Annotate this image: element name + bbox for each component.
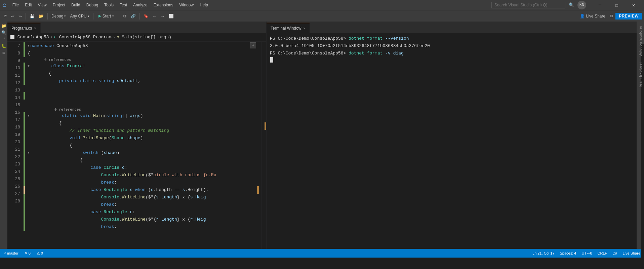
add-snippet-button[interactable]: + [250,42,256,48]
undo-btn[interactable]: ↩ [9,12,16,21]
toolbar-sep-1 [26,13,26,20]
menu-project[interactable]: Project [50,2,68,8]
code-line-18: ▼ switch (shape) [28,149,261,157]
breadcrumb-method[interactable]: M Main(string[] args) [117,35,172,40]
breadcrumb-sep-1: › [50,35,53,40]
cmd-dotnet-1: dotnet [349,35,364,42]
cpu-dropdown[interactable]: Any CPU ▾ [68,12,91,21]
code-line-12 [28,85,261,107]
minimap[interactable] [261,42,266,249]
encoding[interactable]: UTF-8 [580,251,593,255]
window-controls: ─ ❐ ✕ [592,0,641,10]
error-icon: ✕ [25,251,28,256]
cmd-format-1 [364,35,367,42]
terminal-content[interactable]: PS C:\Code\Demo\ConsoleApp58> dotnet for… [267,33,637,249]
menu-file[interactable]: File [10,2,22,8]
menu-help[interactable]: Help [197,2,211,8]
search-input[interactable] [491,2,565,8]
warnings-item[interactable]: ⚠ 0 [36,251,44,256]
menu-extensions[interactable]: Extensions [151,2,176,8]
toolbar-sep-3 [93,13,93,20]
feedback-btn[interactable]: ✉ [608,12,615,21]
terminal-line-2: 3.0.0-beta4-19105-10+70a2f514eb3932648f7… [270,42,633,50]
team-explorer-panel[interactable]: Team Explorer [637,59,643,90]
save-btn[interactable]: 💾 [28,12,36,21]
cmd-format-kw-2: format [367,50,383,57]
close-button[interactable]: ✕ [626,0,641,10]
code-line-11: private static string sDefault; [28,77,261,85]
preview-button[interactable]: PREVIEW [615,13,642,20]
code-line-20: case Circle c: [28,164,261,171]
errors-item[interactable]: ✕ 0 [24,251,32,256]
cursor-position[interactable]: Ln 21, Col 17 [531,251,555,255]
nav-back-btn[interactable]: ← [151,12,158,21]
start-button[interactable]: ▶ Start ▾ [95,13,117,20]
line-endings[interactable]: CRLF [597,251,608,255]
live-share-status[interactable]: Live Share [621,251,641,255]
menu-edit[interactable]: Edit [22,2,35,8]
editor-tab-bar: Program.cs × [7,22,266,33]
debug-dropdown[interactable]: Debug ▾ [50,12,68,21]
redo-btn[interactable]: ↪ [17,12,24,21]
fold-13[interactable]: ▼ [28,112,30,120]
code-area[interactable]: 7 8 9 10 11 12 13 14 15 16 17 18 19 20 2… [7,42,266,249]
solution-explorer-panel[interactable]: Solution Explorer [637,23,643,59]
code-content[interactable]: ▼ namespace ConsoleApp58 { 0 references … [23,42,261,249]
restore-button[interactable]: ❐ [609,0,625,10]
explorer-icon[interactable]: 📁 [1,23,7,29]
menu-view[interactable]: View [35,2,49,8]
git-icon[interactable]: ⑂ [1,36,7,42]
search-activity-icon[interactable]: 🔍 [1,30,7,36]
vs-logo: ⌂ [3,2,6,8]
ps-prompt-2: PS C:\Code\Demo\ConsoleApp58> [270,50,349,57]
terminal-tab[interactable]: Terminal Window × [267,23,310,33]
git-branch-label: master [7,251,18,255]
code-line-14: { [28,120,261,127]
breadcrumb-class[interactable]: C ConsoleApp58.Program [54,35,111,40]
nav-extra[interactable]: ⬜ [167,12,175,21]
search-icon[interactable]: 🔍 [569,2,574,8]
open-btn[interactable]: 📂 [37,12,45,21]
menu-analyze[interactable]: Analyze [130,2,150,8]
language[interactable]: C# [611,251,618,255]
warnings-count: 0 [41,251,43,255]
cursor [270,57,273,63]
breadcrumb-project[interactable]: ⬜ ConsoleApp58 [10,35,49,40]
cmd-space-3 [391,50,393,57]
toolbar-sep-5 [139,13,140,20]
live-share-button[interactable]: 👤 Live Share [578,13,607,19]
editor-tab-programcs[interactable]: Program.cs × [7,23,41,33]
fold-18[interactable]: ▼ [28,149,30,157]
menu-build[interactable]: Build [69,2,83,8]
debug-btn-2[interactable]: ⚙ [121,12,128,21]
toolbar-sep-2 [47,13,48,20]
git-branch-item[interactable]: ⑂ master [3,251,19,255]
menu-tools[interactable]: Tools [102,2,116,8]
nav-fwd-btn[interactable]: → [159,12,166,21]
menu-test[interactable]: Test [117,2,130,8]
code-line-16: void PrintShape(Shape shape) [28,134,261,142]
code-editor: Program.cs × ⬜ ConsoleApp58 › C ConsoleA… [7,22,266,249]
code-line-17: { [28,142,261,149]
tab-close-btn[interactable]: × [34,26,36,30]
fold-7[interactable]: ▼ [28,42,30,50]
bookmark-btn[interactable]: 🔖 [142,12,150,21]
debug-activity-icon[interactable]: 🐛 [1,43,7,49]
code-line-19: { [28,157,261,164]
warning-icon: ⚠ [37,251,40,256]
extensions-icon[interactable]: ⊞ [1,50,7,56]
minimize-button[interactable]: ─ [592,0,608,10]
fold-9[interactable]: ▼ [28,63,30,70]
toolbar: ⟳ ↩ ↪ 💾 📂 Debug ▾ Any CPU ▾ ▶ Start ▾ ⚙ … [0,10,644,22]
new-project-btn[interactable]: ⟳ [2,12,9,21]
menu-window[interactable]: Window [177,2,197,8]
code-line-27: Console.WriteLine($"{r.Length} x {r.Heig [28,216,261,223]
code-line-22: break; [28,179,261,186]
minimap-highlight [265,122,266,130]
debug-label: Debug [51,14,63,18]
terminal-close-btn[interactable]: × [303,26,305,30]
start-icon: ▶ [98,14,101,18]
attach-btn[interactable]: 🔗 [129,12,137,21]
menu-debug[interactable]: Debug [84,2,101,8]
indentation[interactable]: Spaces: 4 [559,251,577,255]
